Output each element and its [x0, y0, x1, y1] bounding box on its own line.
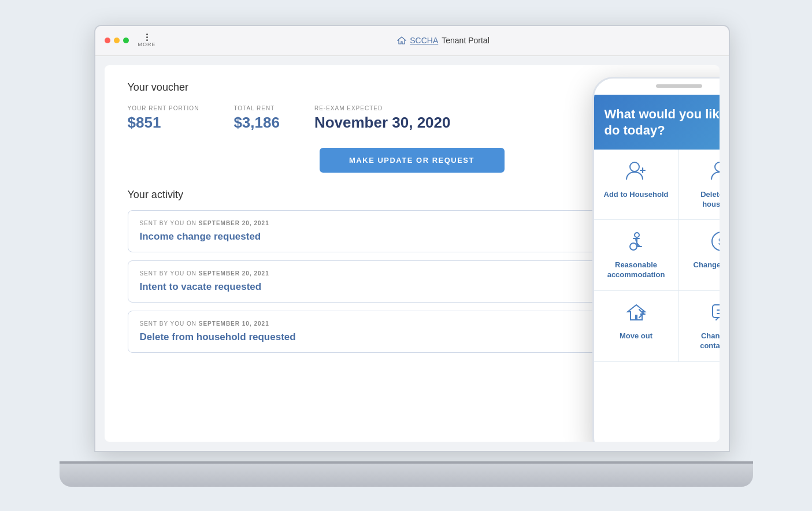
- wheelchair-icon: [625, 230, 647, 255]
- delete-household-label: Delete from household: [687, 190, 720, 210]
- svg-point-4: [715, 162, 720, 171]
- browser-title: SCCHA Tenant Portal: [168, 36, 720, 45]
- svg-text:$: $: [718, 236, 720, 248]
- phone-overlay: × What would you like to do today?: [592, 77, 720, 442]
- move-out-option[interactable]: Move out: [594, 291, 679, 362]
- house-icon: [397, 36, 406, 45]
- portal-title: Tenant Portal: [442, 36, 490, 45]
- reasonable-accommodation-option[interactable]: Reasonable accommodation: [594, 220, 679, 291]
- change-contact-label: Change my contact info: [687, 331, 720, 351]
- total-rent-stat: TOTAL RENT $3,186: [233, 105, 280, 132]
- content-area: Your voucher YOUR RENT PORTION $851 TOTA…: [105, 65, 720, 442]
- laptop-base: [60, 464, 753, 487]
- move-out-icon: [625, 301, 647, 326]
- add-person-icon: [625, 160, 647, 184]
- laptop-frame: MORE SCCHA Tenant Portal Your voucher YO…: [60, 25, 753, 487]
- rent-portion-label: YOUR RENT PORTION: [128, 105, 199, 111]
- total-rent-label: TOTAL RENT: [233, 105, 280, 111]
- more-button[interactable]: MORE: [138, 33, 156, 47]
- more-label: MORE: [138, 42, 156, 47]
- total-rent-value: $3,186: [233, 114, 280, 132]
- minimize-dot: [114, 38, 120, 43]
- modal-title: What would you like to do today?: [605, 106, 720, 139]
- close-dot: [105, 38, 110, 43]
- reexam-stat: RE-EXAM EXPECTED November 30, 2020: [314, 105, 451, 132]
- make-update-button[interactable]: MAKE UPDATE OR REQUEST: [320, 148, 505, 173]
- phone-notch: [656, 84, 702, 88]
- add-household-label: Add to Household: [604, 190, 669, 200]
- move-out-label: Move out: [620, 331, 652, 341]
- change-income-option[interactable]: $ Change income: [679, 220, 720, 291]
- svg-rect-9: [713, 305, 720, 318]
- reexam-value: November 30, 2020: [314, 114, 451, 132]
- laptop-screen: MORE SCCHA Tenant Portal Your voucher YO…: [94, 25, 730, 452]
- dollar-circle-icon: $: [710, 230, 720, 255]
- svg-point-3: [630, 162, 639, 171]
- maximize-dot: [123, 38, 129, 43]
- chat-icon: [710, 301, 720, 326]
- remove-person-icon: [710, 160, 720, 184]
- browser-bar: MORE SCCHA Tenant Portal: [95, 26, 729, 56]
- phone-screen: × What would you like to do today?: [594, 95, 720, 442]
- change-contact-option[interactable]: Change my contact info: [679, 291, 720, 362]
- svg-point-6: [630, 243, 637, 250]
- modal-header: × What would you like to do today?: [594, 95, 720, 150]
- browser-traffic-lights: [105, 38, 129, 43]
- modal-actions-grid: Add to Household Delete f: [594, 150, 720, 362]
- add-household-option[interactable]: Add to Household: [594, 150, 679, 221]
- reexam-label: RE-EXAM EXPECTED: [314, 105, 451, 111]
- rent-portion-value: $851: [128, 114, 199, 132]
- svg-point-5: [635, 233, 639, 237]
- change-income-label: Change income: [694, 260, 720, 270]
- reasonable-accommodation-label: Reasonable accommodation: [602, 260, 670, 280]
- rent-portion-stat: YOUR RENT PORTION $851: [128, 105, 199, 132]
- sccha-link[interactable]: SCCHA: [410, 36, 438, 45]
- delete-household-option[interactable]: Delete from household: [679, 150, 720, 221]
